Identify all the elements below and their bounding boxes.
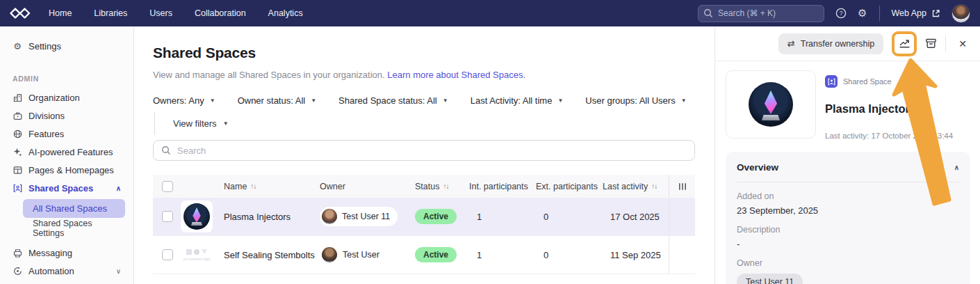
overview-divider [737,182,959,182]
archive-button[interactable] [925,38,937,49]
owner-name: Test User 11 [342,212,390,221]
nav-home[interactable]: Home [49,8,72,18]
ext-participants-value: 0 [536,250,603,260]
archive-icon [925,38,937,49]
help-icon[interactable]: ? [835,8,847,19]
select-all-checkbox[interactable] [162,181,173,192]
learn-more-link[interactable]: Learn more about Shared Spaces. [387,70,525,80]
app-logo-icon[interactable] [10,6,31,20]
column-settings-button[interactable] [669,175,695,198]
gear-icon[interactable]: ⚙ [858,7,867,19]
row-icon-col [669,236,695,274]
col-label: Last activity [603,182,648,191]
sparkles-icon [13,148,22,157]
transfer-ownership-button[interactable]: ⇄ Transfer ownership [778,33,883,54]
status-cell: Active [415,247,469,262]
view-filters-wrap: View filters ▼ [154,112,229,135]
sidebar-item-label: Automation [28,266,74,276]
owner-cell: Test User 11 [320,207,415,227]
sidebar-item-organization[interactable]: Organization [7,88,126,106]
main-content: Shared Spaces View and manage all Shared… [134,26,714,284]
row-checkbox[interactable] [162,249,173,260]
col-header-last-activity[interactable]: Last activity↑↓ [603,182,669,191]
web-app-link[interactable]: Web App [891,8,940,18]
sidebar-item-messaging[interactable]: Messaging [7,244,126,262]
col-header-name[interactable]: Name↑↓ [224,182,320,191]
building-icon [13,93,22,102]
navbar-divider [879,6,880,21]
col-header-owner: Owner [320,182,415,191]
chevron-up-icon[interactable]: ∧ [954,164,959,171]
sidebar-item-divisions[interactable]: Divisions [7,106,126,125]
table-search-input[interactable] [177,145,694,156]
sidebar-item-label: Divisions [28,111,65,121]
nav-analytics[interactable]: Analytics [268,8,303,18]
col-header-status[interactable]: Status↑↓ [415,182,469,191]
sort-icon[interactable]: ↑↓ [250,182,256,190]
sidebar-item-label: Pages & Homepages [28,165,114,175]
sidebar-item-automation[interactable]: Automation ∨ [7,262,126,280]
owner-value-pill[interactable]: Test User 11 [737,274,803,284]
owner-chip[interactable]: Test User 11 [320,207,398,226]
space-detail: Shared Space Plasma Injectors Last activ… [726,70,970,140]
sidebar-item-pages-homepages[interactable]: Pages & Homepages [7,161,126,179]
sidebar-item-ai-features[interactable]: AI-powered Features [7,143,126,161]
filter-owner-status[interactable]: Owner status: All▼ [238,95,316,106]
nav-libraries[interactable]: Libraries [94,8,127,18]
shared-spaces-table: Name↑↓ Owner Status↑↓ Int. participants … [153,175,695,274]
detail-panel-header: ⇄ Transfer ownership ✕ [715,26,980,61]
placeholder-text: no customer logo [183,257,210,261]
columns-icon [678,182,687,191]
col-label: Ext. participants [536,182,598,191]
overview-header[interactable]: Overview ∧ [737,162,959,173]
sidebar-item-all-shared-spaces[interactable]: All Shared Spaces [23,199,125,218]
row-checkbox[interactable] [162,211,173,222]
sidebar-item-label: AI-powered Features [28,147,113,157]
sort-icon[interactable]: ↑↓ [651,182,657,190]
description-value: - [737,239,959,249]
nav-users[interactable]: Users [149,8,172,18]
analytics-chart-button[interactable] [892,31,917,56]
table-row[interactable]: no customer logo Self Sealing Stembolts … [153,236,695,274]
filter-label: User groups: All Users [585,95,675,106]
table-search [153,140,695,161]
table-row[interactable]: Plasma Injectors Test User 11 Active 1 0… [153,198,695,236]
owner-cell: Test User [320,245,415,265]
global-search-input[interactable] [698,5,824,22]
owner-chip[interactable]: Test User [320,245,379,265]
sort-icon[interactable]: ↑↓ [443,182,448,190]
ext-participants-value: 0 [536,212,603,222]
view-filters-dropdown[interactable]: View filters ▼ [173,118,229,129]
sidebar-item-features[interactable]: Features [7,125,126,143]
description-label: Description [737,225,959,235]
sidebar-item-settings[interactable]: ⚙ Settings [7,37,126,55]
search-icon [703,8,713,18]
filter-last-activity[interactable]: Last Activity: All time▼ [471,95,564,106]
sidebar-item-shared-spaces[interactable]: Shared Spaces ∧ [7,179,126,197]
filter-label: Owners: Any [153,95,204,106]
space-type-label: Shared Space [843,77,892,86]
close-panel-button[interactable]: ✕ [956,38,970,49]
filter-owners[interactable]: Owners: Any▼ [153,95,215,106]
filter-label: Owner status: All [238,95,306,106]
panel-header-divider [945,36,946,52]
filter-shared-space-status[interactable]: Shared Space status: All▼ [338,95,448,106]
caret-down-icon: ▼ [311,97,316,104]
detail-panel: ⇄ Transfer ownership ✕ [714,26,980,284]
col-header-ext-participants: Ext. participants [536,182,603,191]
globe-icon [13,129,22,139]
space-name: Plasma Injectors [224,212,320,222]
owner-label: Owner [737,258,959,268]
line-chart-icon [899,38,910,49]
sidebar-item-label: Shared Spaces [28,183,93,194]
status-cell: Active [415,209,469,224]
col-label: Int. participants [469,182,528,191]
filter-label: Shared Space status: All [338,95,437,106]
caret-down-icon: ▼ [210,97,215,104]
sidebar-item-shared-spaces-settings[interactable]: Shared Spaces Settings [33,220,125,237]
shared-space-icon [13,184,22,193]
sidebar-item-label: Organization [28,93,80,103]
nav-collaboration[interactable]: Collaboration [195,8,246,18]
filter-user-groups[interactable]: User groups: All Users▼ [585,95,686,106]
user-avatar[interactable] [952,4,970,23]
